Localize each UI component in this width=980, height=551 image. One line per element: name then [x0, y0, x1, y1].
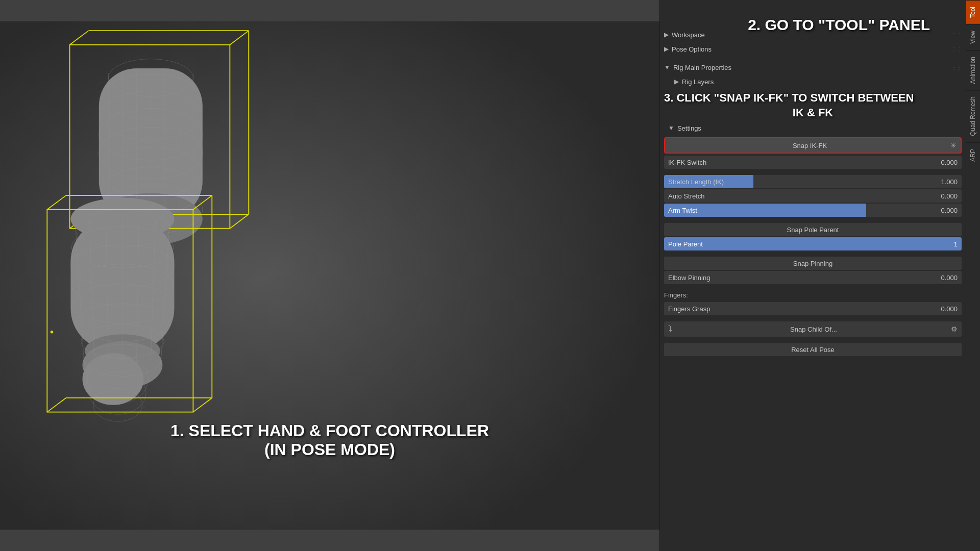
instruction-1: 1. SELECT HAND & FOOT CONTROLLER (IN POS…: [170, 421, 489, 459]
arm-twist-row[interactable]: Arm Twist 0.000: [664, 204, 962, 217]
elbow-pinning-label: Elbow Pinning: [668, 274, 941, 282]
stretch-length-row[interactable]: Stretch Length (IK) 1.000: [664, 175, 962, 188]
rig-main-properties-row[interactable]: ▼ Rig Main Properties ⋮⋮: [660, 60, 966, 74]
snap-child-right-icon: ⚙: [951, 325, 958, 333]
svg-point-58: [51, 331, 54, 334]
reset-all-pose-button[interactable]: Reset All Pose: [664, 343, 962, 356]
snap-pinning-label: Snap Pinning: [793, 260, 832, 267]
snap-ikfk-label: Snap IK-FK: [669, 142, 950, 149]
pose-options-grid: ⋮⋮: [951, 46, 962, 52]
panel-content: 2. GO TO "TOOL" PANEL ▶ Workspace ⋮⋮ ▶ P…: [660, 0, 966, 551]
rig-main-grid: ⋮⋮: [951, 65, 962, 70]
elbow-pinning-value: 0.000: [941, 274, 958, 282]
pole-parent-row[interactable]: Pole Parent 1: [664, 237, 962, 251]
auto-stretch-row[interactable]: Auto Stretch 0.000: [664, 189, 962, 203]
snap-ikfk-button[interactable]: Snap IK-FK ✳: [664, 137, 962, 154]
auto-stretch-value: 0.000: [941, 192, 958, 200]
fingers-grasp-row[interactable]: Fingers Grasp 0.000: [664, 302, 962, 315]
fingers-grasp-label: Fingers Grasp: [668, 305, 941, 313]
elbow-pinning-row[interactable]: Elbow Pinning 0.000: [664, 271, 962, 284]
stretch-length-label: Stretch Length (IK): [668, 178, 941, 186]
ikfk-switch-label: IK-FK Switch: [668, 159, 941, 166]
viewport: 1. SELECT HAND & FOOT CONTROLLER (IN POS…: [0, 0, 659, 551]
snap-pole-parent-button[interactable]: Snap Pole Parent: [664, 223, 962, 236]
settings-arrow: ▼: [668, 124, 674, 132]
reset-all-pose-label: Reset All Pose: [791, 346, 835, 354]
fingers-label: Fingers:: [660, 289, 966, 301]
auto-stretch-label: Auto Stretch: [668, 192, 941, 200]
right-tabs: Tool View Animation Quad Remesh ARP: [966, 0, 980, 551]
right-panel: 2. GO TO "TOOL" PANEL ▶ Workspace ⋮⋮ ▶ P…: [659, 0, 966, 551]
instruction-3-line2: IK & FK: [664, 106, 962, 120]
settings-label: Settings: [677, 124, 962, 132]
pose-options-label: Pose Options: [672, 45, 949, 53]
snap-child-left-icon: ⤵: [668, 324, 672, 334]
snap-pole-parent-label: Snap Pole Parent: [787, 226, 839, 234]
pose-options-row[interactable]: ▶ Pose Options ⋮⋮: [660, 42, 966, 56]
pose-options-arrow: ▶: [664, 45, 669, 53]
stretch-length-value: 1.000: [941, 178, 958, 186]
instruction-2-text: 2. GO TO "TOOL" PANEL: [748, 16, 930, 33]
rig-main-arrow: ▼: [664, 64, 670, 71]
instruction-3-line1: 3. CLICK "SNAP IK-FK" TO SWITCH BETWEEN: [664, 91, 962, 106]
rig-layers-row[interactable]: ▶ Rig Layers: [660, 74, 966, 89]
tab-arp[interactable]: ARP: [966, 142, 980, 168]
tab-tool[interactable]: Tool: [966, 0, 980, 24]
ikfk-switch-value: 0.000: [941, 159, 958, 166]
snap-child-of-row[interactable]: ⤵ Snap Child Of... ⚙: [664, 321, 962, 337]
arm-twist-value: 0.000: [941, 207, 958, 214]
rig-layers-arrow: ▶: [674, 78, 679, 85]
ikfk-switch-row[interactable]: IK-FK Switch 0.000: [664, 156, 962, 169]
snap-child-of-label: Snap Child Of...: [676, 325, 951, 333]
instruction-3: 3. CLICK "SNAP IK-FK" TO SWITCH BETWEEN …: [660, 89, 966, 121]
pole-parent-value: 1: [954, 240, 958, 248]
tab-animation[interactable]: Animation: [966, 50, 980, 90]
tab-view[interactable]: View: [966, 24, 980, 50]
settings-row[interactable]: ▼ Settings: [660, 121, 966, 135]
pole-parent-label: Pole Parent: [668, 240, 954, 248]
fingers-grasp-value: 0.000: [941, 305, 958, 313]
rig-layers-label: Rig Layers: [682, 78, 962, 86]
snap-pinning-button[interactable]: Snap Pinning: [664, 257, 962, 270]
snap-ikfk-icon: ✳: [950, 141, 957, 149]
rig-main-label: Rig Main Properties: [673, 64, 949, 71]
svg-point-31: [83, 353, 144, 405]
tab-quad-remesh[interactable]: Quad Remesh: [966, 90, 980, 142]
arm-twist-label: Arm Twist: [668, 207, 941, 214]
